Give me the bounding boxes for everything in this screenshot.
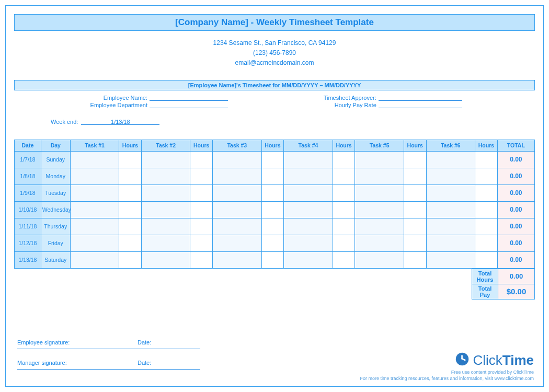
- hours-cell[interactable]: [190, 168, 213, 185]
- hours-cell[interactable]: [119, 151, 142, 168]
- hours-cell[interactable]: [119, 185, 142, 201]
- hours-cell[interactable]: [261, 218, 284, 235]
- task-cell[interactable]: [284, 218, 333, 235]
- task-cell[interactable]: [70, 151, 119, 168]
- task-cell[interactable]: [70, 201, 119, 218]
- hours-cell[interactable]: [333, 168, 355, 185]
- task-cell[interactable]: [426, 168, 475, 185]
- hours-cell[interactable]: [261, 168, 284, 185]
- task-cell[interactable]: [355, 251, 404, 268]
- task-cell[interactable]: [426, 201, 475, 218]
- hours-cell[interactable]: [475, 201, 498, 218]
- task-cell[interactable]: [141, 235, 190, 251]
- task-cell[interactable]: [426, 251, 475, 268]
- hours-cell[interactable]: [333, 251, 355, 268]
- manager-signature-date-label: Date:: [138, 360, 151, 366]
- employee-dept-field[interactable]: [150, 102, 228, 108]
- task-cell[interactable]: [141, 201, 190, 218]
- hours-cell[interactable]: [119, 235, 142, 251]
- approver-field[interactable]: [379, 95, 462, 101]
- hours-cell[interactable]: [333, 185, 355, 201]
- task-cell[interactable]: [284, 185, 333, 201]
- employee-name-field[interactable]: [150, 95, 228, 101]
- task-cell[interactable]: [213, 168, 262, 185]
- task-cell[interactable]: [70, 235, 119, 251]
- employee-signature-line[interactable]: [17, 349, 200, 349]
- hours-cell[interactable]: [261, 201, 284, 218]
- task-cell[interactable]: [141, 151, 190, 168]
- hours-cell[interactable]: [190, 235, 213, 251]
- task-cell[interactable]: [355, 168, 404, 185]
- task-cell[interactable]: [426, 235, 475, 251]
- hours-cell[interactable]: [190, 251, 213, 268]
- task-cell[interactable]: [355, 151, 404, 168]
- task-cell[interactable]: [426, 151, 475, 168]
- col-task6: Task #6: [426, 140, 475, 151]
- hours-cell[interactable]: [333, 151, 355, 168]
- task-cell[interactable]: [426, 185, 475, 201]
- task-cell[interactable]: [141, 218, 190, 235]
- task-cell[interactable]: [213, 151, 262, 168]
- hours-cell[interactable]: [190, 218, 213, 235]
- hours-cell[interactable]: [261, 185, 284, 201]
- date-cell: 1/11/18: [15, 218, 41, 235]
- hours-cell[interactable]: [333, 218, 355, 235]
- hours-cell[interactable]: [119, 218, 142, 235]
- hours-cell[interactable]: [190, 151, 213, 168]
- hours-cell[interactable]: [404, 251, 426, 268]
- task-cell[interactable]: [141, 168, 190, 185]
- hours-cell[interactable]: [404, 168, 426, 185]
- hours-cell[interactable]: [190, 201, 213, 218]
- task-cell[interactable]: [426, 218, 475, 235]
- hours-cell[interactable]: [261, 251, 284, 268]
- task-cell[interactable]: [141, 251, 190, 268]
- task-cell[interactable]: [70, 218, 119, 235]
- hours-cell[interactable]: [119, 251, 142, 268]
- hours-cell[interactable]: [404, 201, 426, 218]
- day-cell: Saturday: [41, 251, 70, 268]
- hours-cell[interactable]: [404, 185, 426, 201]
- hours-cell[interactable]: [333, 201, 355, 218]
- task-cell[interactable]: [70, 168, 119, 185]
- hours-cell[interactable]: [119, 168, 142, 185]
- task-cell[interactable]: [70, 251, 119, 268]
- task-cell[interactable]: [284, 168, 333, 185]
- task-cell[interactable]: [284, 235, 333, 251]
- task-cell[interactable]: [213, 251, 262, 268]
- task-cell[interactable]: [355, 185, 404, 201]
- task-cell[interactable]: [213, 201, 262, 218]
- task-cell[interactable]: [284, 251, 333, 268]
- hours-cell[interactable]: [475, 218, 498, 235]
- hours-cell[interactable]: [475, 185, 498, 201]
- rate-field[interactable]: [379, 102, 462, 108]
- task-cell[interactable]: [70, 185, 119, 201]
- table-row: 1/9/18Tuesday0.00: [15, 185, 535, 201]
- hours-cell[interactable]: [261, 151, 284, 168]
- hours-cell[interactable]: [190, 185, 213, 201]
- hours-cell[interactable]: [475, 235, 498, 251]
- total-hours-label: Total Hours: [472, 269, 498, 284]
- hours-cell[interactable]: [475, 151, 498, 168]
- col-task3: Task #3: [213, 140, 262, 151]
- task-cell[interactable]: [355, 235, 404, 251]
- manager-signature-line[interactable]: [17, 369, 200, 370]
- date-cell: 1/7/18: [15, 151, 41, 168]
- hours-cell[interactable]: [404, 218, 426, 235]
- hours-cell[interactable]: [333, 235, 355, 251]
- day-cell: Monday: [41, 168, 70, 185]
- task-cell[interactable]: [213, 185, 262, 201]
- task-cell[interactable]: [284, 151, 333, 168]
- hours-cell[interactable]: [404, 151, 426, 168]
- task-cell[interactable]: [284, 201, 333, 218]
- hours-cell[interactable]: [261, 235, 284, 251]
- task-cell[interactable]: [213, 218, 262, 235]
- task-cell[interactable]: [213, 235, 262, 251]
- week-end-field[interactable]: 1/13/18: [81, 119, 159, 125]
- hours-cell[interactable]: [475, 168, 498, 185]
- task-cell[interactable]: [141, 185, 190, 201]
- hours-cell[interactable]: [404, 235, 426, 251]
- task-cell[interactable]: [355, 218, 404, 235]
- hours-cell[interactable]: [119, 201, 142, 218]
- hours-cell[interactable]: [475, 251, 498, 268]
- task-cell[interactable]: [355, 201, 404, 218]
